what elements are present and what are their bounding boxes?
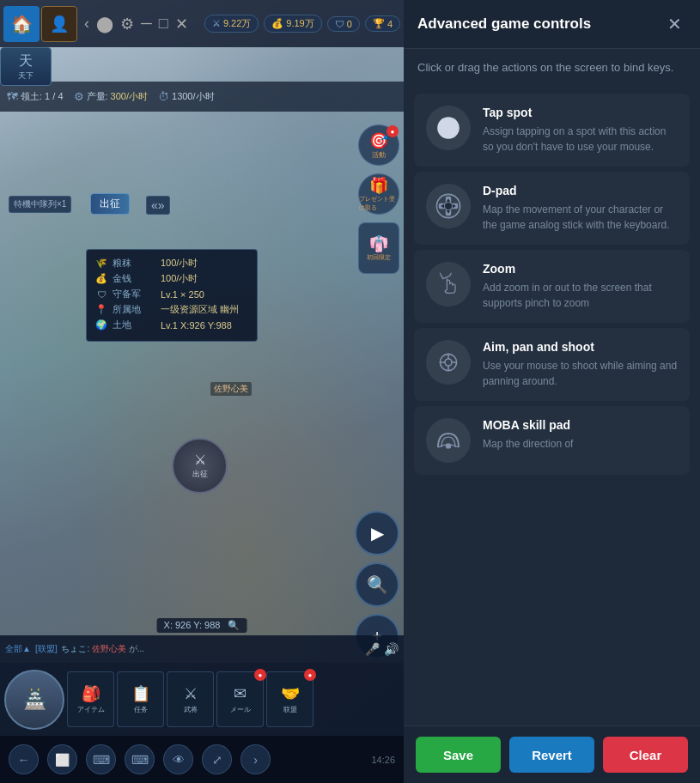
back-ctrl-btn[interactable]: ← [9, 744, 39, 774]
status-bar: ⚔ 9.22万 💰 9.19万 🛡 0 🏆 4 [204, 15, 400, 33]
expedition-button[interactable]: 出征 [90, 193, 130, 215]
gold-value: 9.19万 [286, 17, 313, 30]
aim-icon-wrap [426, 340, 471, 385]
mail-icon: ✉ [234, 684, 247, 703]
moba-icon-wrap [426, 418, 471, 463]
zoom-icon[interactable]: 🔍 [228, 620, 240, 630]
eye-ctrl-btn[interactable]: 👁 [163, 744, 193, 774]
tap-spot-icon [435, 114, 462, 142]
clear-button[interactable]: Clear [603, 737, 688, 773]
panel-footer: Save Revert Clear [404, 725, 700, 783]
missions-btn[interactable]: 📋 任务 [117, 671, 164, 727]
aim-name: Aim, pan and shoot [483, 340, 678, 354]
chat-message: ちょこ: 佐野心美 が... [61, 643, 361, 655]
popup-row-guard: 🛡 守备军 Lv.1 × 250 [95, 288, 248, 300]
player-name-label: 佐野心美 [210, 382, 252, 396]
panel-wrapper: Advanced game controls ✕ Click or drag t… [404, 0, 700, 783]
close-icon[interactable]: ✕ [175, 15, 188, 33]
revert-button[interactable]: Revert [509, 737, 594, 773]
chat-name: ちょこ: [61, 644, 89, 653]
trophy-icon: 🏆 [373, 18, 385, 29]
bottom-nav: 🏯 🎒 アイテム 📋 任务 ⚔ 武将 [0, 663, 404, 736]
play-button[interactable]: ▶ [355, 511, 399, 555]
home-ctrl-btn[interactable]: ⬜ [47, 744, 77, 774]
march-label: 出征 [192, 469, 208, 480]
mic-icon[interactable]: 🎤 [365, 642, 380, 656]
svg-point-15 [445, 359, 452, 366]
alliance-label: 联盟 [283, 705, 297, 714]
instruction-text: Click or drag the actions on the screen … [417, 61, 673, 74]
keyboard2-ctrl-btn[interactable]: ⌨ [125, 744, 155, 774]
resource-trophy: 🏆 4 [365, 15, 400, 32]
activity-badge: ● [387, 125, 399, 137]
speaker-icon[interactable]: 🔊 [384, 642, 399, 656]
castle-icon: 🏯 [23, 689, 46, 711]
save-button[interactable]: Save [416, 737, 501, 773]
search-button[interactable]: 🔍 [355, 562, 399, 607]
arr-btns: 特機中隊列×1 [9, 196, 71, 213]
tap-spot-icon-wrap [426, 106, 471, 150]
nav-item-missions: 📋 任务 [117, 671, 164, 727]
zoom-text: Zoom Add zoom in or out to the screen th… [483, 262, 678, 311]
svg-line-13 [440, 273, 441, 276]
svg-line-12 [450, 273, 452, 276]
moba-name: MOBA skill pad [483, 418, 678, 432]
dpad-text: D-pad Map the movement of your character… [483, 184, 678, 233]
tap-spot-name: Tap spot [483, 106, 678, 119]
arrow-ctrl-btn[interactable]: › [240, 744, 271, 774]
march-button[interactable]: ⚔ 出征 [172, 438, 228, 494]
production-label: 产量: [87, 90, 108, 103]
missions-icon: 📋 [131, 684, 150, 703]
settings-icon[interactable]: ⚙ [120, 15, 134, 33]
generals-btn[interactable]: ⚔ 武将 [167, 671, 214, 727]
arrows-btn[interactable]: «» [146, 196, 170, 215]
panel-close-button[interactable]: ✕ [662, 12, 686, 36]
circle-icon[interactable]: ⬤ [96, 15, 113, 33]
mail-label: メール [230, 705, 251, 714]
items-btn[interactable]: 🎒 アイテム [67, 671, 114, 727]
present-icon: 🎁 [369, 176, 388, 195]
chat-tag: 全部▲ [5, 643, 31, 655]
hud-production: ⚙ 产量: 300/小时 [74, 90, 148, 103]
zoom-desc: Add zoom in or out to the screen that su… [483, 280, 678, 311]
stamina-icon: ⏱ [158, 90, 169, 103]
tap-spot-card[interactable]: Tap spot Assign tapping on a spot with t… [414, 94, 690, 167]
back-icon[interactable]: ‹ [84, 15, 89, 33]
march-icon: ⚔ [194, 452, 206, 468]
game-screenshot: 🏠 👤 ‹ ⬤ ⚙ ─ □ ✕ ⚔ 9.22万 💰 9.19万 [0, 0, 404, 783]
home-icon[interactable]: 🏠 [3, 6, 40, 42]
territory-label: 天下 [18, 70, 33, 82]
game-area: 🏠 👤 ‹ ⬤ ⚙ ─ □ ✕ ⚔ 9.22万 💰 9.19万 [0, 0, 404, 783]
expedition-label: 出征 [100, 197, 120, 209]
dpad-desc: Map the movement of your character or th… [483, 202, 678, 233]
items-icon: 🎒 [82, 684, 100, 703]
maximize-icon[interactable]: □ [159, 15, 168, 33]
game-right-buttons: 🎯 活動 ● 🎁 プレゼント受け取る 👘 初回限定 [358, 124, 399, 274]
aim-card[interactable]: Aim, pan and shoot Use your mouse to sho… [414, 328, 690, 401]
minimize-icon[interactable]: ─ [141, 15, 152, 33]
territory-button[interactable]: 天 天下 [0, 47, 52, 86]
zoom-icon-wrap [426, 262, 471, 307]
limited-btn[interactable]: 👘 初回限定 [358, 222, 399, 274]
generals-label: 武将 [184, 705, 198, 714]
keyboard-ctrl-btn[interactable]: ⌨ [86, 744, 116, 774]
present-label: プレゼント受け取る [359, 195, 399, 212]
moba-text: MOBA skill pad Map the direction of [483, 418, 678, 452]
panel-title: Advanced game controls [417, 15, 591, 33]
dpad-icon-wrap [426, 184, 471, 228]
guard-icon: 🛡 [95, 289, 107, 300]
activity-btn[interactable]: 🎯 活動 ● [358, 124, 399, 166]
main-castle-btn[interactable]: 🏯 [4, 670, 64, 730]
zoom-card[interactable]: Zoom Add zoom in or out to the screen th… [414, 250, 690, 323]
alliance-badge: ● [304, 669, 316, 681]
panel-content[interactable]: Tap spot Assign tapping on a spot with t… [404, 87, 700, 726]
chat-suffix: が... [129, 644, 144, 653]
expand-ctrl-btn[interactable]: ⤢ [202, 744, 232, 774]
moba-desc: Map the direction of [483, 436, 678, 452]
moba-card[interactable]: MOBA skill pad Map the direction of [414, 406, 690, 475]
character-icon[interactable]: 👤 [41, 6, 77, 42]
svg-line-10 [443, 276, 450, 278]
trophy-value: 4 [387, 19, 393, 29]
present-btn[interactable]: 🎁 プレゼント受け取る [358, 173, 399, 215]
dpad-card[interactable]: D-pad Map the movement of your character… [414, 172, 690, 245]
